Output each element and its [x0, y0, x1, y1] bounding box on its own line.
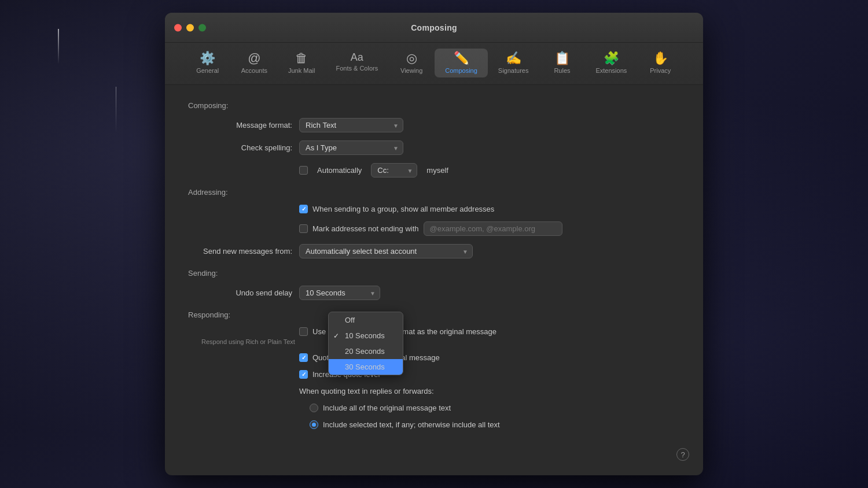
content-area: Composing: Message format: Rich Text Pla… [165, 85, 703, 472]
composing-section-label: Composing: [188, 101, 680, 110]
signatures-icon: ✍️ [506, 52, 521, 65]
privacy-icon: ✋ [653, 52, 668, 65]
show-all-members-row: When sending to a group, show all member… [299, 205, 680, 213]
titlebar: Composing [165, 13, 703, 43]
toolbar-item-general[interactable]: ⚙️ General [185, 49, 231, 77]
undo-send-label: Undo send delay [188, 289, 299, 297]
send-from-select[interactable]: Automatically select best account [299, 244, 473, 258]
toolbar-label-viewing: Viewing [400, 67, 422, 74]
mark-addresses-label: Mark addresses not ending with [312, 224, 419, 233]
message-format-select[interactable]: Rich Text Plain Text [299, 118, 403, 132]
accounts-icon: @ [248, 52, 260, 65]
include-all-radio[interactable] [310, 404, 318, 412]
fonts-icon: Aa [351, 52, 363, 62]
when-quoting-label: When quoting text in replies or forwards… [299, 387, 434, 395]
toolbar: ⚙️ General @ Accounts 🗑 Junk Mail Aa Fon… [165, 43, 703, 85]
help-button[interactable]: ? [676, 448, 689, 461]
undo-delay-dropdown: Off ✓ 10 Seconds 20 Seconds 30 Seconds [328, 312, 403, 375]
mark-addresses-checkbox[interactable] [299, 224, 308, 233]
gear-icon: ⚙️ [200, 52, 215, 65]
dropdown-item-20sec[interactable]: 20 Seconds [329, 343, 403, 359]
message-format-label: Message format: [188, 121, 292, 130]
show-all-members-checkbox[interactable] [299, 205, 308, 213]
toolbar-item-accounts[interactable]: @ Accounts [231, 49, 278, 77]
toolbar-item-rules[interactable]: 📋 Rules [539, 49, 585, 77]
cc-select[interactable]: Cc: Bcc: [371, 163, 417, 178]
quote-text-checkbox[interactable] [299, 353, 308, 362]
toolbar-label-composing: Composing [445, 67, 477, 74]
same-format-checkbox[interactable] [299, 327, 308, 336]
send-from-label: Send new messages from: [188, 247, 299, 256]
toolbar-item-privacy[interactable]: ✋ Privacy [637, 49, 683, 77]
include-all-label: Include all of the original message text [323, 404, 451, 412]
mark-addresses-input[interactable] [424, 221, 562, 236]
toolbar-label-general: General [196, 67, 219, 74]
responding-section-label: Responding: [188, 310, 680, 319]
toolbar-label-accounts: Accounts [241, 67, 267, 74]
close-button[interactable] [174, 24, 182, 31]
maximize-button[interactable] [198, 24, 206, 31]
myself-label: myself [426, 166, 448, 175]
toolbar-label-fonts-colors: Fonts & Colors [336, 65, 378, 72]
help-icon: ? [681, 450, 685, 459]
toolbar-label-extensions: Extensions [595, 67, 627, 74]
send-from-row: Send new messages from: Automatically se… [188, 244, 680, 258]
check-spelling-select[interactable]: As I Type When I Click Send Never [299, 141, 403, 155]
window: Composing ⚙️ General @ Accounts 🗑 Junk M… [165, 13, 703, 475]
junk-mail-icon: 🗑 [295, 52, 308, 65]
composing-icon: ✏️ [454, 52, 469, 65]
toolbar-label-junk-mail: Junk Mail [288, 67, 315, 74]
toolbar-label-privacy: Privacy [650, 67, 671, 74]
automatically-checkbox[interactable] [299, 166, 308, 175]
send-from-select-wrapper: Automatically select best account ▼ [299, 244, 473, 258]
toolbar-item-viewing[interactable]: ◎ Viewing [388, 49, 435, 77]
include-selected-radio[interactable] [310, 420, 318, 429]
toolbar-item-composing[interactable]: ✏️ Composing [435, 49, 488, 77]
toolbar-label-signatures: Signatures [498, 67, 529, 74]
toolbar-label-rules: Rules [554, 67, 570, 74]
addressing-section-label: Addressing: [188, 188, 680, 197]
automatically-label: Automatically [317, 166, 362, 175]
undo-send-row: Undo send delay Off 10 Seconds 20 Second… [188, 286, 680, 300]
same-format-note: Respond using Rich or Plain Text [201, 338, 680, 345]
include-selected-label: Include selected text, if any; otherwise… [323, 420, 500, 429]
check-spelling-select-wrapper: As I Type When I Click Send Never ▼ [299, 141, 403, 155]
toolbar-item-junk-mail[interactable]: 🗑 Junk Mail [278, 49, 325, 77]
viewing-icon: ◎ [406, 52, 417, 65]
extensions-icon: 🧩 [604, 52, 619, 65]
undo-select-wrapper: Off 10 Seconds 20 Seconds 30 Seconds ▼ [299, 286, 380, 300]
include-all-row: Include all of the original message text [310, 404, 680, 412]
check-spelling-row: Check spelling: As I Type When I Click S… [188, 141, 680, 155]
dropdown-item-10sec[interactable]: ✓ 10 Seconds [329, 328, 403, 343]
increase-quote-checkbox[interactable] [299, 370, 308, 379]
message-format-select-wrapper: Rich Text Plain Text ▼ [299, 118, 403, 132]
rules-icon: 📋 [554, 52, 570, 65]
dropdown-item-30sec[interactable]: 30 Seconds [329, 359, 403, 375]
toolbar-item-extensions[interactable]: 🧩 Extensions [585, 49, 637, 77]
mark-addresses-row: Mark addresses not ending with [299, 221, 680, 236]
check-spelling-label: Check spelling: [188, 143, 292, 152]
checkmark-icon: ✓ [333, 332, 339, 340]
show-all-members-label: When sending to a group, show all member… [312, 205, 494, 213]
cc-select-wrapper: Cc: Bcc: ▼ [371, 163, 417, 178]
dropdown-item-off[interactable]: Off [329, 312, 403, 328]
toolbar-item-fonts-colors[interactable]: Aa Fonts & Colors [325, 49, 388, 77]
traffic-lights [174, 24, 206, 31]
auto-cc-row: Automatically Cc: Bcc: ▼ myself [188, 163, 680, 178]
auto-cc-inner: Automatically Cc: Bcc: ▼ myself [299, 163, 448, 178]
toolbar-item-signatures[interactable]: ✍️ Signatures [488, 49, 539, 77]
minimize-button[interactable] [186, 24, 194, 31]
when-quoting-label-row: When quoting text in replies or forwards… [299, 387, 680, 395]
message-format-row: Message format: Rich Text Plain Text ▼ [188, 118, 680, 132]
window-title: Composing [411, 23, 457, 32]
include-selected-row: Include selected text, if any; otherwise… [310, 420, 680, 429]
undo-send-select[interactable]: Off 10 Seconds 20 Seconds 30 Seconds [299, 286, 380, 300]
sending-section-label: Sending: [188, 269, 680, 278]
